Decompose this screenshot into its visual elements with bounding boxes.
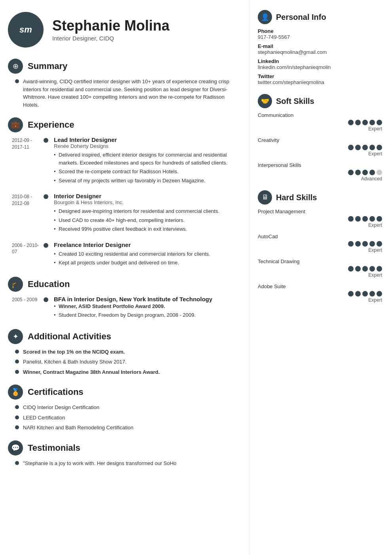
header-text: Stephanie Molina Interior Designer, CIDQ bbox=[52, 18, 169, 42]
candidate-subtitle: Interior Designer, CIDQ bbox=[52, 35, 169, 42]
timeline-dot-wrapper bbox=[44, 136, 48, 143]
job-title: Freelance Interior Designer bbox=[54, 241, 238, 248]
hard-skills-header: 🖥 Hard Skills bbox=[258, 190, 382, 205]
hard-skills-section: 🖥 Hard Skills Project ManagementExpertAu… bbox=[258, 190, 382, 303]
skill-level: Expert bbox=[258, 151, 382, 157]
info-value: stephanieqmolina@gmail.com bbox=[258, 49, 382, 55]
certification-text: LEED Certification bbox=[23, 414, 65, 422]
certifications-icon: 🏅 bbox=[8, 385, 23, 400]
summary-bullet-dot-wrapper bbox=[15, 78, 19, 83]
skill-name: Project Management bbox=[258, 209, 382, 214]
skill-dot-filled bbox=[377, 216, 382, 222]
candidate-name: Stephanie Molina bbox=[52, 18, 169, 34]
edu-bullet: Student Director, Freedom by Design prog… bbox=[54, 311, 238, 319]
certification-text: NARI Kitchen and Bath Remodeling Certifi… bbox=[23, 424, 133, 432]
skill-name: Adobe Suite bbox=[258, 283, 382, 289]
job-company: Bourgoin & Hess Interiors, Inc. bbox=[54, 199, 238, 205]
timeline-dot bbox=[44, 138, 48, 143]
experience-section: 💼 Experience 2012-09 - 2017-11Lead Inter… bbox=[8, 117, 238, 268]
hard-skills-title: Hard Skills bbox=[276, 193, 317, 202]
job-content: Interior DesignerBourgoin & Hess Interio… bbox=[54, 193, 238, 234]
skill-level: Expert bbox=[258, 126, 382, 132]
job-title: Lead Interior Designer bbox=[54, 136, 238, 143]
timeline-dot-wrapper bbox=[44, 193, 48, 199]
experience-item: 2006 - 2010-07Freelance Interior Designe… bbox=[12, 241, 238, 268]
skill-dots bbox=[258, 291, 382, 297]
skill-name: Technical Drawing bbox=[258, 258, 382, 264]
job-company: Renée Doherty Designs bbox=[54, 143, 238, 149]
timeline-dot bbox=[44, 194, 48, 199]
education-item: 2005 - 2009BFA in Interior Design, New Y… bbox=[12, 296, 238, 320]
skill-level: Expert bbox=[258, 297, 382, 303]
summary-header: ⊕ Summary bbox=[8, 59, 238, 74]
personal-info-item: Twittertwitter.com/stephanieqmolina bbox=[258, 73, 382, 85]
job-bullet: Delivered inspired, efficient interior d… bbox=[54, 151, 238, 166]
edu-date: 2005 - 2009 bbox=[12, 296, 44, 303]
education-header: 🎓 Education bbox=[8, 277, 238, 292]
skill-dot-filled bbox=[377, 120, 382, 125]
skill-dot-filled bbox=[348, 120, 354, 125]
left-column: sm Stephanie Molina Interior Designer, C… bbox=[0, 0, 249, 555]
experience-item: 2012-09 - 2017-11Lead Interior DesignerR… bbox=[12, 136, 238, 186]
info-label: Twitter bbox=[258, 73, 382, 79]
skill-dot-filled bbox=[348, 170, 354, 175]
skill-dot-filled bbox=[355, 120, 361, 125]
resume-header: sm Stephanie Molina Interior Designer, C… bbox=[8, 12, 238, 48]
personal-info-icon: 👤 bbox=[258, 10, 272, 24]
timeline-dot-wrapper bbox=[44, 241, 48, 248]
job-bullet: Several of my projects written up favora… bbox=[54, 177, 238, 185]
skill-dots bbox=[258, 120, 382, 125]
summary-text: Award-winning, CIDQ certified interior d… bbox=[15, 78, 238, 109]
bullet-dot bbox=[15, 425, 19, 429]
testimonials-list: "Stephanie is a joy to work with. Her de… bbox=[15, 459, 238, 467]
experience-item: 2010-08 - 2012-08Interior DesignerBourgo… bbox=[12, 193, 238, 234]
timeline-dot-wrapper bbox=[44, 296, 48, 302]
personal-info-item: Phone917-749-5567 bbox=[258, 28, 382, 40]
skill-dot-filled bbox=[355, 145, 361, 150]
job-bullet: Used CAD to create 40+ high-end, compell… bbox=[54, 216, 238, 224]
skill-level: Expert bbox=[258, 222, 382, 228]
skill-dot-filled bbox=[355, 216, 361, 222]
soft-skills-icon: 🤝 bbox=[258, 94, 272, 108]
testimonial-item: "Stephanie is a joy to work with. Her de… bbox=[15, 459, 238, 467]
skill-dot-filled bbox=[362, 266, 368, 272]
testimonials-section: 💬 Testimonials "Stephanie is a joy to wo… bbox=[8, 440, 238, 467]
bullet-dot-wrapper bbox=[15, 368, 19, 374]
certification-text: CIDQ Interior Design Certification bbox=[23, 404, 99, 411]
skill-name: Interpersonal Skills bbox=[258, 162, 382, 168]
education-section: 🎓 Education 2005 - 2009BFA in Interior D… bbox=[8, 277, 238, 320]
avatar: sm bbox=[8, 12, 44, 48]
skill-dot-filled bbox=[348, 266, 354, 272]
bullet-dot bbox=[15, 360, 19, 364]
info-label: E-mail bbox=[258, 43, 382, 49]
activities-title: Additional Activities bbox=[28, 331, 111, 342]
bullet-dot bbox=[15, 415, 19, 419]
skill-dot-filled bbox=[362, 120, 368, 125]
education-title: Education bbox=[28, 279, 70, 289]
info-label: LinkedIn bbox=[258, 58, 382, 64]
job-content: Lead Interior DesignerRenée Doherty Desi… bbox=[54, 136, 238, 186]
certification-item: LEED Certification bbox=[15, 414, 238, 422]
skill-dot-filled bbox=[377, 266, 382, 272]
job-bullet: Kept all projects under budget and deliv… bbox=[54, 259, 238, 267]
bullet-dot-wrapper bbox=[15, 424, 19, 429]
info-value: linkedin.com/in/stephanieqmolin bbox=[258, 64, 382, 70]
skill-dot-filled bbox=[355, 266, 361, 272]
skill-item: Adobe SuiteExpert bbox=[258, 283, 382, 303]
edu-bullets: Winner, ASID Student Portfolio Award 200… bbox=[54, 302, 238, 319]
hard-skills-items: Project ManagementExpertAutoCadExpertTec… bbox=[258, 209, 382, 303]
hard-skills-icon: 🖥 bbox=[258, 190, 272, 205]
bullet-dot-wrapper bbox=[15, 459, 19, 465]
activity-item: Panelist, Kitchen & Bath Industry Show 2… bbox=[15, 358, 238, 366]
skill-item: Interpersonal SkillsAdvanced bbox=[258, 162, 382, 182]
skill-dots bbox=[258, 241, 382, 247]
skill-dot-filled bbox=[355, 170, 361, 175]
info-label: Phone bbox=[258, 28, 382, 34]
personal-info-section: 👤 Personal Info Phone917-749-5567E-mails… bbox=[258, 10, 382, 85]
personal-info-items: Phone917-749-5567E-mailstephanieqmolina@… bbox=[258, 28, 382, 85]
activities-header: ✦ Additional Activities bbox=[8, 329, 238, 344]
edu-content: BFA in Interior Design, New York Institu… bbox=[54, 296, 238, 320]
experience-header: 💼 Experience bbox=[8, 117, 238, 132]
summary-bullet-dot bbox=[15, 79, 19, 83]
skill-dot-filled bbox=[377, 241, 382, 247]
